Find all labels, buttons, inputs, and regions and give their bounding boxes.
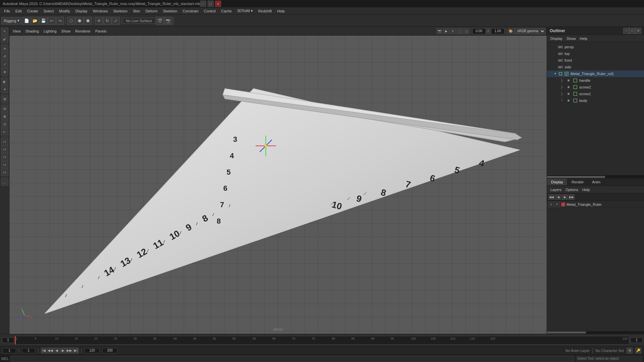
open-btn[interactable]: 📂	[31, 17, 39, 25]
range-end-input[interactable]	[102, 348, 117, 353]
close-button[interactable]: ✕	[215, 1, 221, 7]
vp-show-menu[interactable]: Show	[59, 28, 73, 34]
paint-tool[interactable]: ⬣	[84, 17, 92, 25]
vp-wireframe-btn[interactable]: ⬚	[457, 28, 463, 34]
layer4-btn[interactable]: L4	[1, 161, 8, 168]
menu-control[interactable]: Control	[201, 8, 218, 14]
menu-deform[interactable]: Deform	[143, 8, 160, 14]
redo-btn[interactable]: ↪	[56, 17, 64, 25]
outliner-scroll[interactable]	[547, 175, 644, 178]
current-frame-input[interactable]	[3, 348, 16, 353]
outliner-item-top[interactable]: top	[547, 50, 644, 57]
menu-constrain[interactable]: Constrain	[180, 8, 201, 14]
undo-btn[interactable]: ↩	[48, 17, 56, 25]
move-tool[interactable]: ✛	[95, 17, 103, 25]
menu-modify[interactable]: Modify	[56, 8, 72, 14]
vp-render-btn[interactable]: ▶	[443, 28, 449, 34]
vp-gamma-dropdown[interactable]: sRGB gamma Linear	[514, 28, 545, 34]
outliner-item-side[interactable]: side	[547, 64, 644, 70]
render-btn[interactable]: 🎬	[156, 17, 164, 25]
layer-prev-btn[interactable]: ◀	[555, 194, 561, 200]
tab-render[interactable]: Render	[568, 179, 588, 185]
tab-anim[interactable]: Anim	[588, 179, 605, 185]
ipr-btn[interactable]: 📷	[164, 17, 172, 25]
rotate-tool[interactable]: ↻	[103, 17, 111, 25]
outliner-maximize[interactable]: □	[629, 28, 635, 34]
vp-field-input[interactable]	[472, 28, 486, 34]
menu-redshift[interactable]: Redshift	[256, 8, 274, 14]
move-btn[interactable]: ✛	[1, 45, 8, 52]
layer-pick-btn[interactable]: P	[554, 202, 560, 207]
layer1-btn[interactable]: L1	[1, 138, 8, 145]
outliner-item-persp[interactable]: persp	[547, 44, 644, 50]
vp-camera-btn[interactable]: 📷	[436, 28, 442, 34]
layer-visibility-btn[interactable]: V	[548, 202, 554, 207]
rotate-btn[interactable]: ↺	[1, 53, 8, 60]
mode-dropdown[interactable]: Rigging ▾	[1, 17, 22, 24]
layer-last-btn[interactable]: ▶▶	[569, 194, 575, 200]
outliner-show-menu[interactable]: Show	[565, 36, 578, 41]
frame-end-input[interactable]	[631, 338, 643, 343]
menu-help[interactable]: Help	[274, 8, 287, 14]
minimize-button[interactable]: ─	[200, 1, 206, 7]
inner-frame-input[interactable]	[22, 348, 35, 353]
step-back-btn[interactable]: ◀◀	[47, 348, 53, 354]
cb-help-menu[interactable]: Help	[580, 187, 592, 192]
layer-item-metal-ruler[interactable]: V P Metal_Triangle_Ruler	[547, 201, 644, 208]
outliner-item-handle[interactable]: ├ handle	[547, 77, 644, 84]
outliner-item-body[interactable]: └ body	[547, 97, 644, 104]
tab-display[interactable]: Display	[547, 179, 568, 185]
select-tool-btn[interactable]: ↖	[1, 27, 8, 35]
outliner-help-menu[interactable]: Help	[578, 36, 590, 41]
snap-surface-btn[interactable]: ⊢	[1, 128, 8, 135]
menu-skin[interactable]: Skin	[130, 8, 143, 14]
play-fwd-btn[interactable]: ▶	[60, 348, 66, 354]
outliner-item-screw1[interactable]: ├ screw1	[547, 90, 644, 97]
soft-mod-btn[interactable]: ◐	[1, 78, 8, 85]
menu-skeleton[interactable]: Skeleton	[110, 8, 130, 14]
lasso-tool[interactable]: ⬢	[75, 17, 84, 25]
scale-tool[interactable]: ⤢	[112, 17, 120, 25]
menu-file[interactable]: File	[1, 8, 13, 14]
outliner-close[interactable]: ✕	[635, 28, 641, 34]
character-set-btn[interactable]: ⚙	[627, 348, 633, 354]
mel-input[interactable]	[10, 356, 574, 362]
vp-view-menu[interactable]: View	[11, 28, 23, 34]
outliner-scrollbar[interactable]	[547, 176, 605, 178]
cb-layers-menu[interactable]: Layers	[548, 187, 564, 192]
cb-options-menu[interactable]: Options	[564, 187, 580, 192]
scale-btn[interactable]: ⤢	[1, 60, 8, 68]
menu-cache[interactable]: Cache	[218, 8, 234, 14]
save-btn[interactable]: 💾	[39, 17, 47, 25]
vp-grid-btn[interactable]: #	[450, 28, 456, 34]
menu-select[interactable]: Select	[41, 8, 57, 14]
snap-point-btn[interactable]: ⊡	[1, 120, 8, 128]
goto-end-btn[interactable]: ▶|	[73, 348, 79, 354]
play-back-btn[interactable]: ◀	[54, 348, 60, 354]
layer-first-btn[interactable]: ◀◀	[548, 194, 554, 200]
vp-field-scale-btn[interactable]: ⤢	[486, 28, 490, 34]
vp-scale-input[interactable]	[491, 28, 504, 34]
autokey-btn[interactable]: 🔑	[635, 348, 641, 354]
show-manip-btn[interactable]: ⊞	[1, 95, 8, 103]
menu-3dtoall[interactable]: 3DToAll ▾	[234, 8, 256, 14]
layer5-btn[interactable]: L5	[1, 169, 8, 176]
layer-next-btn[interactable]: ▶	[562, 194, 568, 200]
outliner-item-metal-ruler[interactable]: ▼ Metal_Triangle_Ruler_nd1	[547, 70, 644, 77]
frame-start-input[interactable]	[2, 338, 14, 343]
menu-create[interactable]: Create	[24, 8, 41, 14]
universal-manip-btn[interactable]: ⊕	[1, 68, 8, 75]
outliner-display-menu[interactable]: Display	[548, 36, 565, 41]
step-fwd-btn[interactable]: ▶▶	[66, 348, 72, 354]
layer2-btn[interactable]: L2	[1, 145, 8, 153]
menu-skeleton2[interactable]: Skeleton	[160, 8, 180, 14]
menu-windows[interactable]: Windows	[90, 8, 111, 14]
right-panel-scrollbar[interactable]	[547, 331, 586, 334]
menu-edit[interactable]: Edit	[13, 8, 24, 14]
extras-btn[interactable]: …	[1, 178, 8, 186]
snap-grid-btn[interactable]: ⊟	[1, 105, 8, 112]
viewport-canvas[interactable]: 14 13 12 11 10 9 8 3 4 5 6 7 8 10 9 8 7 …	[9, 36, 547, 334]
vp-smooth-btn[interactable]: ◻	[463, 28, 469, 34]
new-btn[interactable]: 📄	[22, 17, 31, 25]
outliner-minimize[interactable]: ─	[623, 28, 629, 34]
